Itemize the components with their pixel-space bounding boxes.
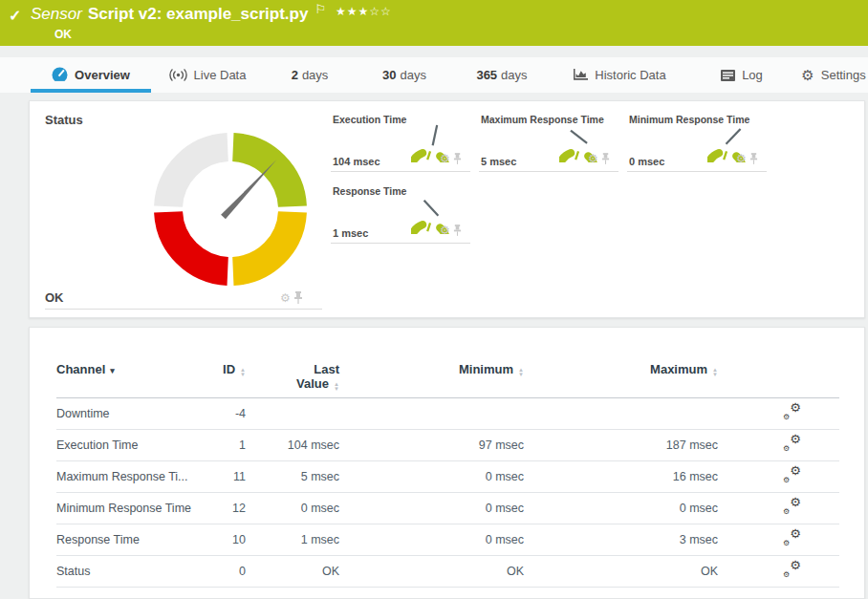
tab-settings[interactable]: ⚙ Settings [799,57,868,93]
tab-30-days-number: 30 [382,68,396,82]
sort-icon[interactable]: ▲▼ [712,368,718,377]
column-header-minimum[interactable]: Minimum▲▼ [339,362,524,398]
channel-table-panel: Channel▾ ID▲▼ Last Value▲▼ Minimum▲▼ Max… [29,327,865,599]
channel-settings-icon[interactable]: ⚙⚙ [783,404,801,420]
tab-live-data[interactable]: Live Data [164,57,250,93]
channel-maximum: 0 msec [524,493,718,524]
mini-gauge-value: 5 msec [481,156,516,167]
table-row[interactable]: Maximum Response Ti... 11 5 msec 0 msec … [56,461,839,493]
gauge-settings-icon[interactable]: ⚙ [736,153,747,164]
mini-gauge-label: Response Time [333,185,406,197]
channel-last-value: 5 msec [246,461,339,493]
tab-2-days-label: days [302,68,328,82]
tab-365-days-number: 365 [476,68,497,82]
sort-icon[interactable]: ▲▼ [240,368,246,377]
sort-icon[interactable]: ▲▼ [334,382,339,392]
mini-gauge-label: Execution Time [333,114,406,125]
sensor-header: ✓ SensorScript v2: example_script.py⚐★★★… [0,0,868,46]
tab-log-label: Log [742,68,763,82]
channel-minimum: OK [339,556,524,588]
column-header-minimum-label: Minimum [459,362,513,376]
column-header-maximum-label: Maximum [650,362,707,376]
tab-overview-label: Overview [75,68,130,82]
gauge-needle [221,158,279,219]
gauge-toolbar: ⚙ [440,225,462,236]
pin-icon[interactable] [453,225,462,236]
tab-settings-label: Settings [821,68,866,82]
gauge-segment-none [168,147,228,206]
status-gauge [148,127,313,291]
channel-settings-icon[interactable]: ⚙⚙ [783,436,801,452]
divider [331,171,470,172]
gauge-settings-icon[interactable]: ⚙ [280,292,291,304]
channel-settings-icon[interactable]: ⚙⚙ [783,467,801,483]
column-header-maximum[interactable]: Maximum▲▼ [524,362,718,398]
column-header-id[interactable]: ID▲▼ [200,362,246,398]
channel-name: Maximum Response Ti... [56,461,200,493]
channel-minimum [339,398,524,430]
pin-icon[interactable] [293,291,303,304]
mini-gauge-response-time: Response Time 1 msec ⚙ [331,177,470,244]
table-row[interactable]: Execution Time 1 104 msec 97 msec 187 ms… [56,430,839,461]
column-header-last-label: Last [246,362,339,376]
pin-icon[interactable] [601,153,610,164]
pin-icon[interactable] [453,153,462,164]
sort-icon[interactable]: ▲▼ [518,368,524,377]
channel-id: 1 [200,430,246,461]
table-row[interactable]: Minimum Response Time 12 0 msec 0 msec 0… [56,493,839,524]
broadcast-icon [169,69,187,81]
tab-log[interactable]: Log [715,57,769,93]
column-header-last-value[interactable]: Last Value▲▼ [246,362,339,398]
status-gauge-value: OK [45,290,64,305]
priority-stars[interactable]: ★★★☆☆ [336,5,392,18]
channel-maximum: 16 msec [524,461,718,493]
stars-empty: ☆☆ [369,5,392,18]
table-row[interactable]: Status 0 OK OK OK ⚙⚙ [56,556,839,588]
gauge-settings-icon[interactable]: ⚙ [440,153,450,164]
channel-minimum: 0 msec [339,524,524,556]
pin-icon[interactable] [749,153,758,164]
channel-settings-icon[interactable]: ⚙⚙ [783,499,801,515]
channel-last-value: 104 msec [246,430,339,461]
divider [627,171,767,172]
tab-live-data-label: Live Data [194,68,247,82]
gauge-toolbar: ⚙ [280,291,303,304]
sensor-title: Script v2: example_script.py [88,5,309,23]
gauge-settings-icon[interactable]: ⚙ [588,153,598,164]
mini-gauge-value: 104 msec [333,156,380,167]
channel-last-value [246,398,339,430]
column-header-channel-label: Channel [56,362,105,376]
gauge-settings-icon[interactable]: ⚙ [440,225,450,236]
column-header-actions [718,362,839,398]
flag-icon[interactable]: ⚐ [315,2,326,16]
channel-minimum: 0 msec [339,461,524,493]
channel-settings-icon[interactable]: ⚙⚙ [783,530,801,546]
column-header-value-label: Value [296,376,329,391]
column-header-channel[interactable]: Channel▾ [56,362,200,398]
status-gauge-title: Status [45,113,83,127]
status-check-icon: ✓ [9,7,21,25]
table-row[interactable]: Downtime -4 ⚙⚙ [56,398,839,430]
tab-30-days[interactable]: 30 days [373,57,436,93]
divider [331,243,470,244]
log-list-icon [721,70,735,81]
mini-gauge-execution-time: Execution Time 104 msec ⚙ [331,105,470,172]
divider [479,171,618,172]
sort-desc-icon[interactable]: ▾ [110,366,115,375]
channel-id: 12 [200,493,246,524]
channel-settings-icon[interactable]: ⚙⚙ [783,562,801,578]
tab-overview[interactable]: Overview [31,57,151,93]
table-header-row: Channel▾ ID▲▼ Last Value▲▼ Minimum▲▼ Max… [56,362,839,398]
tab-365-days[interactable]: 365 days [467,57,537,93]
channel-name: Status [56,556,200,588]
object-kind-label: Sensor [31,5,82,23]
channel-minimum: 97 msec [339,430,524,461]
channel-id: 0 [200,556,246,588]
gauge-toolbar: ⚙ [588,153,610,164]
tab-365-days-label: days [501,68,527,82]
tab-bar: Overview Live Data 2 days 30 days 365 da… [0,57,868,93]
tab-2-days[interactable]: 2 days [279,57,340,93]
channel-maximum: OK [524,556,718,588]
table-row[interactable]: Response Time 10 1 msec 0 msec 3 msec ⚙⚙ [56,524,839,556]
tab-historic-data[interactable]: Historic Data [566,57,673,93]
